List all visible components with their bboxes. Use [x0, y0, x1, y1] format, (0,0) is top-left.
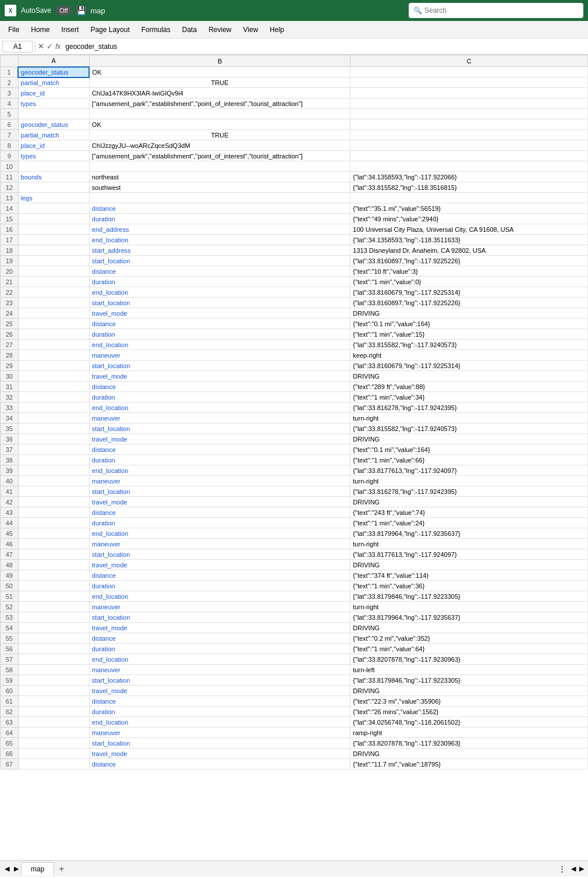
cell-b-56[interactable]: duration [89, 644, 350, 654]
cell-c-61[interactable]: {"text":"22.3 mi","value":35906} [350, 696, 588, 707]
cell-b-12[interactable]: southwest [89, 182, 350, 193]
cell-c-67[interactable]: {"text":"11.7 mi","value":18795} [350, 759, 588, 769]
cell-a-62[interactable] [18, 707, 89, 717]
cell-b-16[interactable]: end_address [89, 224, 350, 235]
search-box[interactable]: 🔍 [409, 3, 583, 18]
cell-c-1[interactable] [350, 67, 588, 77]
cell-c-22[interactable]: {"lat":33.8160679,"lng":-117.9225314} [350, 287, 588, 298]
cell-b-52[interactable]: maneuver [89, 602, 350, 612]
cell-b-4[interactable]: ["amusement_park","establishment","point… [89, 98, 350, 109]
cell-b-13[interactable] [89, 193, 350, 203]
cell-c-4[interactable] [350, 98, 588, 109]
cell-a-17[interactable] [18, 235, 89, 245]
cell-c-63[interactable]: {"lat":34.0256748,"lng":-118.2061502} [350, 717, 588, 728]
cell-b-24[interactable]: travel_mode [89, 308, 350, 319]
cell-c-65[interactable]: {"lat":33.8207878,"lng":-117.9230963} [350, 738, 588, 749]
cell-c-42[interactable]: DRIVING [350, 497, 588, 507]
cell-b-32[interactable]: duration [89, 392, 350, 403]
cell-c-2[interactable] [350, 77, 588, 88]
cell-c-52[interactable]: turn-right [350, 602, 588, 612]
save-icon[interactable]: 💾 [76, 6, 86, 15]
cell-c-53[interactable]: {"lat":33.8179964,"lng":-117.9235637} [350, 612, 588, 623]
cell-a-60[interactable] [18, 686, 89, 696]
cell-a-31[interactable] [18, 382, 89, 392]
nav-next[interactable]: ▶ [12, 864, 21, 874]
cell-c-43[interactable]: {"text":"243 ft","value":74} [350, 507, 588, 518]
cell-b-62[interactable]: duration [89, 707, 350, 717]
cell-b-46[interactable]: maneuver [89, 539, 350, 549]
cell-b-19[interactable]: start_location [89, 256, 350, 266]
cell-c-3[interactable] [350, 88, 588, 98]
cell-c-49[interactable]: {"text":"374 ft","value":114} [350, 570, 588, 581]
cell-c-26[interactable]: {"text":"1 min","value":15} [350, 329, 588, 340]
cell-b-33[interactable]: end_location [89, 403, 350, 413]
menu-item-view[interactable]: View [238, 23, 264, 36]
cell-a-53[interactable] [18, 612, 89, 623]
cell-c-27[interactable]: {"lat":33.815582,"lng":-117.9240573} [350, 340, 588, 350]
cell-b-48[interactable]: travel_mode [89, 560, 350, 570]
menu-item-review[interactable]: Review [203, 23, 237, 36]
cell-a-37[interactable] [18, 444, 89, 455]
cell-b-50[interactable]: duration [89, 581, 350, 591]
cell-b-55[interactable]: distance [89, 633, 350, 644]
cell-a-15[interactable] [18, 214, 89, 224]
cell-c-32[interactable]: {"text":"1 min","value":34} [350, 392, 588, 403]
cell-a-30[interactable] [18, 371, 89, 382]
cell-c-28[interactable]: keep-right [350, 350, 588, 361]
cell-a-38[interactable] [18, 455, 89, 465]
cell-c-40[interactable]: turn-right [350, 476, 588, 486]
cell-c-56[interactable]: {"text":"1 min","value":64} [350, 644, 588, 654]
cell-a-48[interactable] [18, 560, 89, 570]
cell-b-51[interactable]: end_location [89, 591, 350, 602]
cell-c-29[interactable]: {"lat":33.8160679,"lng":-117.9225314} [350, 361, 588, 371]
cell-b-15[interactable]: duration [89, 214, 350, 224]
cell-b-6[interactable]: OK [89, 119, 350, 130]
cell-b-21[interactable]: duration [89, 277, 350, 287]
cell-c-59[interactable]: {"lat":33.8179846,"lng":-117.9223305} [350, 675, 588, 686]
cell-c-36[interactable]: DRIVING [350, 434, 588, 444]
menu-item-page layout[interactable]: Page Layout [84, 23, 135, 36]
formula-input[interactable] [63, 43, 586, 51]
menu-item-file[interactable]: File [2, 23, 25, 36]
cell-a-36[interactable] [18, 434, 89, 444]
cell-a-1[interactable]: geocoder_status [18, 67, 89, 77]
cell-a-52[interactable] [18, 602, 89, 612]
cell-c-30[interactable]: DRIVING [350, 371, 588, 382]
cell-b-53[interactable]: start_location [89, 612, 350, 623]
cell-c-19[interactable]: {"lat":33.8160897,"lng":-117.9225226} [350, 256, 588, 266]
cell-b-57[interactable]: end_location [89, 654, 350, 665]
cell-c-66[interactable]: DRIVING [350, 749, 588, 759]
cell-a-6[interactable]: geocoder_status [18, 119, 89, 130]
cell-c-12[interactable]: {"lat":33.815582,"lng":-118.3516815} [350, 182, 588, 193]
cell-b-14[interactable]: distance [89, 203, 350, 214]
cell-a-34[interactable] [18, 413, 89, 423]
cell-c-35[interactable]: {"lat":33.815582,"lng":-117.9240573} [350, 423, 588, 434]
cell-b-35[interactable]: start_location [89, 423, 350, 434]
cell-a-3[interactable]: place_id [18, 88, 89, 98]
cell-a-13[interactable]: legs [18, 193, 89, 203]
cell-c-5[interactable] [350, 109, 588, 119]
cell-c-7[interactable] [350, 130, 588, 140]
cell-c-25[interactable]: {"text":"0.1 mi","value":164} [350, 319, 588, 329]
cell-b-29[interactable]: start_location [89, 361, 350, 371]
search-input[interactable] [424, 6, 579, 15]
cell-a-54[interactable] [18, 623, 89, 633]
cell-b-47[interactable]: start_location [89, 549, 350, 560]
cell-b-18[interactable]: start_address [89, 245, 350, 256]
cancel-icon[interactable]: ✕ [38, 42, 44, 51]
cell-b-49[interactable]: distance [89, 570, 350, 581]
sheet-tab-map[interactable]: map [21, 862, 54, 876]
cell-a-7[interactable]: partial_match [18, 130, 89, 140]
cell-b-66[interactable]: travel_mode [89, 749, 350, 759]
cell-b-20[interactable]: distance [89, 266, 350, 277]
cell-a-44[interactable] [18, 518, 89, 528]
cell-c-64[interactable]: ramp-right [350, 728, 588, 738]
cell-c-50[interactable]: {"text":"1 min","value":36} [350, 581, 588, 591]
cell-b-23[interactable]: start_location [89, 298, 350, 308]
cell-b-5[interactable] [89, 109, 350, 119]
cell-b-31[interactable]: distance [89, 382, 350, 392]
cell-a-5[interactable] [18, 109, 89, 119]
cell-b-60[interactable]: travel_mode [89, 686, 350, 696]
cell-a-12[interactable] [18, 182, 89, 193]
cell-b-8[interactable]: ChIJzzgyJU--woARcZqceSdQ3dM [89, 140, 350, 151]
